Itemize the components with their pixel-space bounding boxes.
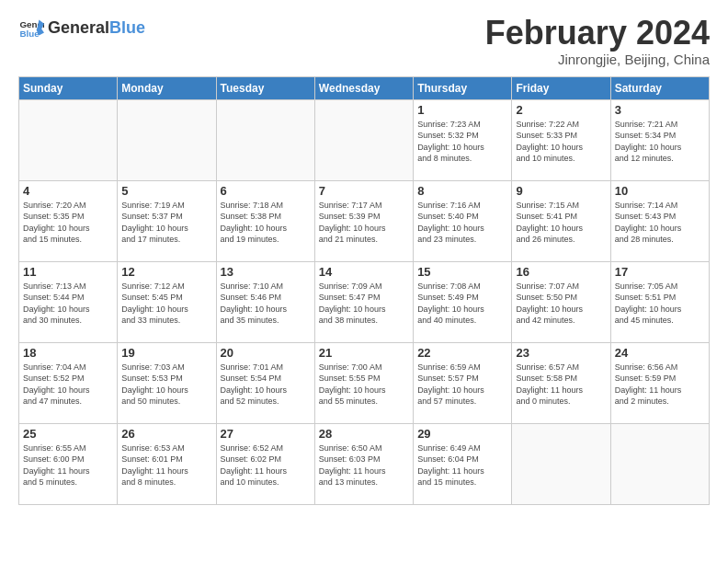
table-row: 23Sunrise: 6:57 AMSunset: 5:58 PMDayligh… <box>512 342 610 423</box>
day-number: 17 <box>615 265 705 279</box>
day-info: Sunrise: 7:12 AMSunset: 5:45 PMDaylight:… <box>121 281 211 327</box>
title-area: February 2024 Jinrongjie, Beijing, China <box>485 15 710 67</box>
month-year-title: February 2024 <box>485 15 710 52</box>
table-row: 17Sunrise: 7:05 AMSunset: 5:51 PMDayligh… <box>610 261 709 342</box>
day-info: Sunrise: 6:57 AMSunset: 5:58 PMDaylight:… <box>516 362 606 408</box>
day-info: Sunrise: 6:53 AMSunset: 6:01 PMDaylight:… <box>121 442 211 488</box>
day-info: Sunrise: 7:00 AMSunset: 5:55 PMDaylight:… <box>319 362 409 408</box>
day-info: Sunrise: 6:55 AMSunset: 6:00 PMDaylight:… <box>23 442 113 488</box>
header-friday: Friday <box>512 76 610 99</box>
calendar-week-row: 25Sunrise: 6:55 AMSunset: 6:00 PMDayligh… <box>19 423 710 504</box>
day-info: Sunrise: 7:09 AMSunset: 5:47 PMDaylight:… <box>319 281 409 327</box>
table-row: 21Sunrise: 7:00 AMSunset: 5:55 PMDayligh… <box>314 342 413 423</box>
table-row <box>314 99 413 180</box>
table-row: 1Sunrise: 7:23 AMSunset: 5:32 PMDaylight… <box>414 99 512 180</box>
day-info: Sunrise: 7:19 AMSunset: 5:37 PMDaylight:… <box>121 200 211 246</box>
day-number: 27 <box>221 427 311 441</box>
day-info: Sunrise: 7:16 AMSunset: 5:40 PMDaylight:… <box>417 200 507 246</box>
table-row: 12Sunrise: 7:12 AMSunset: 5:45 PMDayligh… <box>118 261 216 342</box>
header: General Blue GeneralBlue February 2024 J… <box>18 15 710 67</box>
table-row: 27Sunrise: 6:52 AMSunset: 6:02 PMDayligh… <box>216 423 314 504</box>
table-row <box>216 99 314 180</box>
table-row <box>118 99 216 180</box>
logo-icon: General Blue <box>18 15 44 40</box>
day-number: 5 <box>121 184 211 198</box>
day-number: 25 <box>23 427 113 441</box>
day-number: 29 <box>417 427 507 441</box>
day-info: Sunrise: 7:05 AMSunset: 5:51 PMDaylight:… <box>615 281 705 327</box>
header-saturday: Saturday <box>610 76 709 99</box>
calendar-table: Sunday Monday Tuesday Wednesday Thursday… <box>18 76 710 505</box>
table-row: 19Sunrise: 7:03 AMSunset: 5:53 PMDayligh… <box>118 342 216 423</box>
table-row: 26Sunrise: 6:53 AMSunset: 6:01 PMDayligh… <box>118 423 216 504</box>
day-number: 18 <box>23 346 113 360</box>
table-row: 16Sunrise: 7:07 AMSunset: 5:50 PMDayligh… <box>512 261 610 342</box>
day-number: 19 <box>121 346 211 360</box>
day-number: 23 <box>516 346 606 360</box>
table-row: 20Sunrise: 7:01 AMSunset: 5:54 PMDayligh… <box>216 342 314 423</box>
table-row: 22Sunrise: 6:59 AMSunset: 5:57 PMDayligh… <box>414 342 512 423</box>
day-info: Sunrise: 7:18 AMSunset: 5:38 PMDaylight:… <box>221 200 311 246</box>
day-number: 8 <box>417 184 507 198</box>
table-row: 2Sunrise: 7:22 AMSunset: 5:33 PMDaylight… <box>512 99 610 180</box>
logo: General Blue GeneralBlue <box>18 15 145 40</box>
day-number: 2 <box>516 103 606 117</box>
day-number: 11 <box>23 265 113 279</box>
day-info: Sunrise: 7:01 AMSunset: 5:54 PMDaylight:… <box>221 362 311 408</box>
table-row: 6Sunrise: 7:18 AMSunset: 5:38 PMDaylight… <box>216 180 314 261</box>
day-number: 6 <box>221 184 311 198</box>
header-wednesday: Wednesday <box>314 76 413 99</box>
table-row <box>512 423 610 504</box>
day-number: 26 <box>121 427 211 441</box>
day-info: Sunrise: 7:14 AMSunset: 5:43 PMDaylight:… <box>615 200 705 246</box>
day-number: 12 <box>121 265 211 279</box>
table-row <box>19 99 118 180</box>
table-row: 7Sunrise: 7:17 AMSunset: 5:39 PMDaylight… <box>314 180 413 261</box>
calendar-week-row: 11Sunrise: 7:13 AMSunset: 5:44 PMDayligh… <box>19 261 710 342</box>
day-info: Sunrise: 7:21 AMSunset: 5:34 PMDaylight:… <box>615 119 705 165</box>
calendar-header-row: Sunday Monday Tuesday Wednesday Thursday… <box>19 76 710 99</box>
logo-text-blue: Blue <box>109 18 145 38</box>
location-subtitle: Jinrongjie, Beijing, China <box>485 52 710 67</box>
calendar-week-row: 18Sunrise: 7:04 AMSunset: 5:52 PMDayligh… <box>19 342 710 423</box>
day-number: 9 <box>516 184 606 198</box>
day-number: 10 <box>615 184 705 198</box>
calendar-week-row: 4Sunrise: 7:20 AMSunset: 5:35 PMDaylight… <box>19 180 710 261</box>
day-info: Sunrise: 7:07 AMSunset: 5:50 PMDaylight:… <box>516 281 606 327</box>
table-row: 11Sunrise: 7:13 AMSunset: 5:44 PMDayligh… <box>19 261 118 342</box>
table-row: 25Sunrise: 6:55 AMSunset: 6:00 PMDayligh… <box>19 423 118 504</box>
table-row: 9Sunrise: 7:15 AMSunset: 5:41 PMDaylight… <box>512 180 610 261</box>
day-number: 7 <box>319 184 409 198</box>
day-info: Sunrise: 7:04 AMSunset: 5:52 PMDaylight:… <box>23 362 113 408</box>
header-tuesday: Tuesday <box>216 76 314 99</box>
table-row: 14Sunrise: 7:09 AMSunset: 5:47 PMDayligh… <box>314 261 413 342</box>
day-info: Sunrise: 7:13 AMSunset: 5:44 PMDaylight:… <box>23 281 113 327</box>
day-number: 14 <box>319 265 409 279</box>
table-row: 15Sunrise: 7:08 AMSunset: 5:49 PMDayligh… <box>414 261 512 342</box>
table-row <box>610 423 709 504</box>
day-number: 20 <box>221 346 311 360</box>
table-row: 29Sunrise: 6:49 AMSunset: 6:04 PMDayligh… <box>414 423 512 504</box>
table-row: 24Sunrise: 6:56 AMSunset: 5:59 PMDayligh… <box>610 342 709 423</box>
day-info: Sunrise: 6:49 AMSunset: 6:04 PMDaylight:… <box>417 442 507 488</box>
table-row: 8Sunrise: 7:16 AMSunset: 5:40 PMDaylight… <box>414 180 512 261</box>
table-row: 5Sunrise: 7:19 AMSunset: 5:37 PMDaylight… <box>118 180 216 261</box>
logo-text-general: General <box>48 18 109 38</box>
day-number: 22 <box>417 346 507 360</box>
table-row: 18Sunrise: 7:04 AMSunset: 5:52 PMDayligh… <box>19 342 118 423</box>
day-info: Sunrise: 7:10 AMSunset: 5:46 PMDaylight:… <box>221 281 311 327</box>
day-number: 16 <box>516 265 606 279</box>
day-number: 15 <box>417 265 507 279</box>
day-info: Sunrise: 7:22 AMSunset: 5:33 PMDaylight:… <box>516 119 606 165</box>
day-number: 21 <box>319 346 409 360</box>
day-info: Sunrise: 6:56 AMSunset: 5:59 PMDaylight:… <box>615 362 705 408</box>
day-info: Sunrise: 6:59 AMSunset: 5:57 PMDaylight:… <box>417 362 507 408</box>
day-number: 24 <box>615 346 705 360</box>
day-info: Sunrise: 7:23 AMSunset: 5:32 PMDaylight:… <box>417 119 507 165</box>
day-info: Sunrise: 7:15 AMSunset: 5:41 PMDaylight:… <box>516 200 606 246</box>
day-info: Sunrise: 7:17 AMSunset: 5:39 PMDaylight:… <box>319 200 409 246</box>
calendar-week-row: 1Sunrise: 7:23 AMSunset: 5:32 PMDaylight… <box>19 99 710 180</box>
table-row: 10Sunrise: 7:14 AMSunset: 5:43 PMDayligh… <box>610 180 709 261</box>
header-sunday: Sunday <box>19 76 118 99</box>
day-info: Sunrise: 7:08 AMSunset: 5:49 PMDaylight:… <box>417 281 507 327</box>
